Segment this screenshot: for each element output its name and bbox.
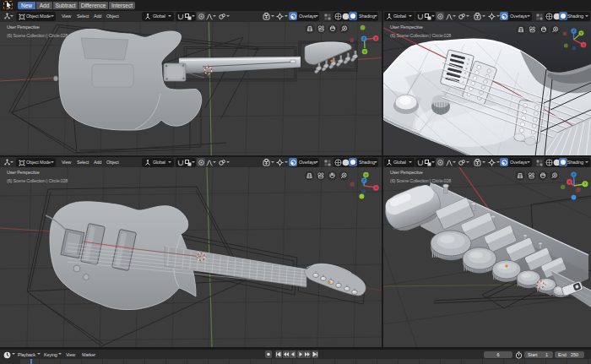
svg-text:X: X [568,180,571,184]
svg-text:X: X [375,186,377,190]
svg-text:X: X [583,43,585,47]
svg-text:X: X [375,36,377,41]
svg-text:Y: Y [365,173,367,177]
svg-text:Z: Z [363,178,366,182]
svg-text:Y: Y [364,50,366,54]
svg-text:Y: Y [580,31,583,35]
svg-text:Y: Y [584,182,587,186]
svg-text:Z: Z [572,29,575,33]
svg-text:Z: Z [363,36,366,41]
svg-text:Z: Z [572,172,575,177]
